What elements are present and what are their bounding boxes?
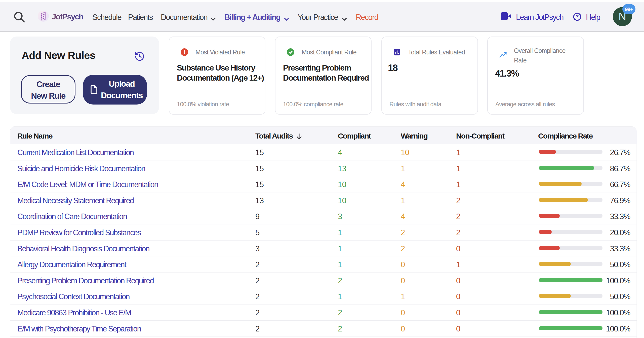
svg-text:?: ? <box>576 14 579 19</box>
